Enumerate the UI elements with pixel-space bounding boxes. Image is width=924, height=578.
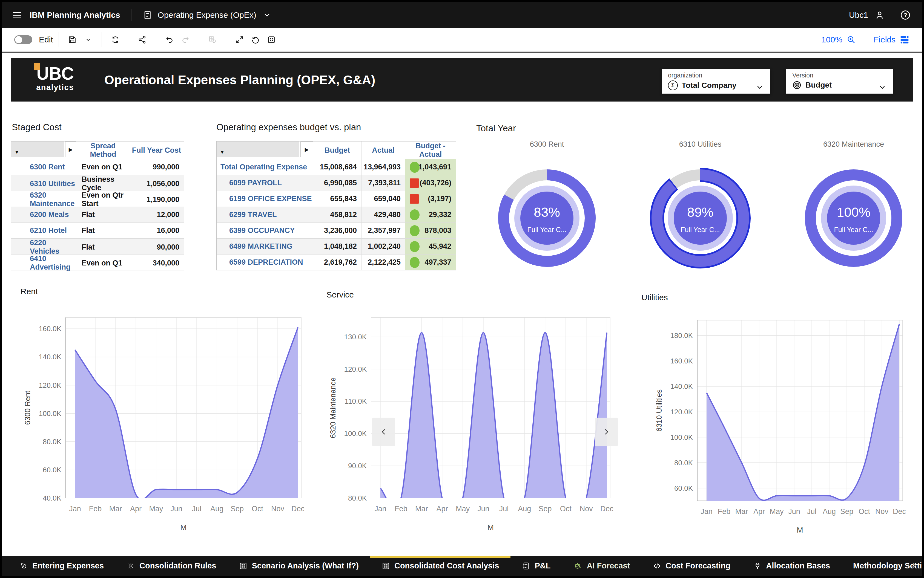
budget-cell[interactable]: 6,990,085: [313, 175, 361, 191]
account-link[interactable]: 6499 MARKETING: [216, 242, 313, 251]
budget-cell[interactable]: 3,236,000: [313, 223, 361, 239]
fields-icon[interactable]: [900, 34, 910, 45]
tab-allocation-bases[interactable]: Allocation Bases: [742, 556, 841, 576]
budget-col-budget[interactable]: Budget: [313, 141, 361, 159]
account-link[interactable]: 6310 Utilities: [11, 180, 77, 188]
tab-entering-expenses[interactable]: Entering Expenses: [8, 556, 115, 576]
budget-cell[interactable]: 1,048,182: [313, 239, 361, 254]
area-chart[interactable]: 80.0K90.0K100.0K110.0K120.0K130.0KJanFeb…: [315, 309, 613, 539]
expand-arrow-icon[interactable]: ▶: [65, 141, 76, 157]
zoom-level[interactable]: 100%: [821, 35, 843, 44]
staged-col-spread-method[interactable]: Spread Method: [77, 141, 129, 159]
expand-arrow-icon[interactable]: ▶: [301, 141, 313, 157]
spread-method-cell[interactable]: Even on Qtr Start: [77, 191, 129, 208]
help-icon[interactable]: ?: [900, 10, 911, 21]
user-avatar-icon[interactable]: [875, 10, 885, 20]
actual-cell[interactable]: 2,357,997: [361, 223, 405, 239]
spread-method-cell[interactable]: Even on Q1: [77, 255, 129, 271]
save-menu-chevron-icon[interactable]: [80, 32, 96, 48]
donut-gauge[interactable]: 89%Full Year C...: [650, 167, 751, 269]
chart-next-button[interactable]: [595, 417, 618, 446]
organization-dropdown[interactable]: organization Σ Total Company: [662, 69, 770, 94]
chart-prev-button[interactable]: [372, 417, 395, 446]
account-link[interactable]: 6099 PAYROLL: [216, 179, 313, 187]
actual-cell[interactable]: 13,964,993: [361, 159, 405, 175]
full-year-cost-cell[interactable]: 12,000: [129, 207, 184, 222]
spread-method-cell[interactable]: Flat: [77, 223, 129, 239]
reset-view-icon[interactable]: [247, 32, 264, 48]
save-icon[interactable]: [64, 32, 80, 48]
share-icon[interactable]: [135, 32, 150, 48]
actual-cell[interactable]: 429,480: [361, 207, 405, 222]
spread-method-cell[interactable]: Flat: [77, 207, 129, 222]
tab-consolidated-cost-analysis[interactable]: Consolidated Cost Analysis: [370, 556, 511, 576]
variance-cell[interactable]: 45,942: [405, 239, 456, 254]
book-title[interactable]: Operating Expense (OpEx): [158, 10, 256, 20]
tab-scenario-analysis-what-if[interactable]: Scenario Analysis (What If?): [228, 556, 370, 576]
donut-gauge[interactable]: 83%Full Year C...: [496, 167, 597, 269]
version-dropdown[interactable]: Version Budget: [786, 69, 893, 94]
svg-text:120.0K: 120.0K: [670, 408, 693, 416]
tab-p-l[interactable]: P&L: [511, 556, 562, 576]
full-year-cost-cell[interactable]: 1,190,000: [129, 191, 184, 208]
account-link[interactable]: 6410 Advertising: [11, 255, 77, 271]
full-year-cost-cell[interactable]: 990,000: [129, 159, 184, 175]
fields-button[interactable]: Fields: [874, 35, 896, 44]
tab-ai-forecast[interactable]: AI Forecast: [562, 556, 641, 576]
account-link[interactable]: 6220 Vehicles: [11, 239, 77, 256]
actual-cell[interactable]: 2,122,425: [361, 255, 405, 270]
budget-cell[interactable]: 655,843: [313, 191, 361, 207]
variance-cell[interactable]: 1,043,691: [405, 159, 456, 175]
refresh-icon[interactable]: [107, 32, 123, 48]
redo-icon[interactable]: [177, 32, 194, 48]
variance-cell[interactable]: (403,726): [405, 175, 456, 191]
spread-method-cell[interactable]: Flat: [77, 239, 129, 256]
spread-method-cell[interactable]: Even on Q1: [77, 159, 129, 175]
staged-col-full-year-cost[interactable]: Full Year Cost: [129, 141, 184, 159]
account-link[interactable]: 6599 DEPRECIATION: [216, 258, 313, 266]
zoom-in-icon[interactable]: [846, 35, 856, 45]
tab-scroll-right-icon[interactable]: [909, 561, 919, 571]
expand-icon[interactable]: [232, 32, 247, 48]
variance-cell[interactable]: 878,003: [405, 223, 456, 239]
budget-row: 6099 PAYROLL 6,990,085 7,393,811 (403,72…: [216, 175, 456, 191]
spread-method-cell[interactable]: Business Cycle: [77, 175, 129, 192]
donut-gauge[interactable]: 100%Full Year C...: [803, 167, 904, 269]
budget-cell[interactable]: 458,812: [313, 207, 361, 222]
actual-cell[interactable]: 1,002,240: [361, 239, 405, 254]
variance-cell[interactable]: 29,332: [405, 207, 456, 222]
full-year-cost-cell[interactable]: 90,000: [129, 239, 184, 256]
budget-col-variance[interactable]: Budget - Actual: [405, 141, 456, 159]
account-link[interactable]: 6399 OCCUPANCY: [216, 226, 313, 235]
actual-cell[interactable]: 659,040: [361, 191, 405, 207]
variance-cell[interactable]: 497,337: [405, 255, 456, 270]
grid-icon: [382, 562, 390, 570]
account-link[interactable]: Total Operating Expense: [216, 163, 313, 171]
area-chart[interactable]: 60.0K80.0K100.0K120.0K140.0K160.0K180.0K…: [633, 312, 922, 542]
menu-icon[interactable]: [13, 12, 21, 18]
account-link[interactable]: 6320 Maintenance: [11, 191, 77, 208]
actual-cell[interactable]: 7,393,811: [361, 175, 405, 191]
account-link[interactable]: 6199 OFFICE EXPENSE: [216, 195, 313, 203]
account-link[interactable]: 6200 Meals: [11, 211, 77, 219]
filter-caret-icon[interactable]: ▼: [15, 150, 19, 155]
account-link[interactable]: 6299 TRAVEL: [216, 211, 313, 219]
revert-data-icon[interactable]: [205, 32, 220, 48]
account-link[interactable]: 6210 Hotel: [11, 226, 77, 235]
full-year-cost-cell[interactable]: 1,056,000: [129, 175, 184, 192]
tab-cost-forecasting[interactable]: Cost Forecasting: [641, 556, 742, 576]
tab-consolidation-rules[interactable]: Consolidation Rules: [115, 556, 228, 576]
account-link[interactable]: 6300 Rent: [11, 163, 77, 171]
area-chart[interactable]: 40.0K60.0K80.0K100.0K120.0K140.0K160.0KJ…: [11, 309, 304, 539]
budget-col-actual[interactable]: Actual: [361, 141, 405, 159]
filter-caret-icon[interactable]: ▼: [220, 150, 224, 155]
budget-cell[interactable]: 2,619,762: [313, 255, 361, 270]
book-chevron-down-icon[interactable]: [263, 11, 271, 19]
variance-cell[interactable]: (3,197): [405, 191, 456, 207]
cell-format-icon[interactable]: [264, 32, 279, 48]
full-year-cost-cell[interactable]: 16,000: [129, 223, 184, 239]
undo-icon[interactable]: [161, 32, 177, 48]
full-year-cost-cell[interactable]: 340,000: [129, 255, 184, 271]
edit-toggle[interactable]: [14, 35, 32, 44]
budget-cell[interactable]: 15,008,684: [313, 159, 361, 175]
